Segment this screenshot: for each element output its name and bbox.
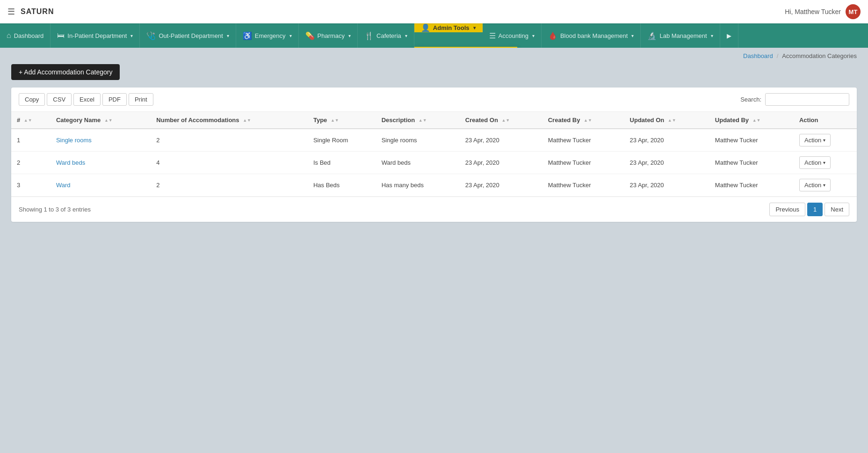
cell-description: Ward beds: [376, 152, 460, 174]
avatar[interactable]: MT: [846, 4, 861, 19]
sort-icon-num: ▲▼: [24, 118, 32, 123]
nav-label-cafeteria: Cafeteria: [376, 32, 401, 39]
cell-description: Single rooms: [376, 129, 460, 152]
sort-icon-cat: ▲▼: [104, 118, 113, 123]
sort-icon-created-by: ▲▼: [584, 118, 592, 123]
accommodation-categories-table: # ▲▼ Category Name ▲▼ Number of Accommod…: [11, 112, 857, 197]
cell-type: Has Beds: [308, 174, 376, 197]
cell-action: Action ▾: [794, 129, 857, 152]
previous-button[interactable]: Previous: [769, 203, 805, 216]
col-header-category-name[interactable]: Category Name ▲▼: [51, 112, 151, 129]
chevron-down-icon: ▾: [130, 33, 133, 38]
col-header-action: Action: [794, 112, 857, 129]
col-header-type[interactable]: Type ▲▼: [308, 112, 376, 129]
action-button-2[interactable]: Action ▾: [799, 156, 831, 169]
nav-item-admin[interactable]: 👤 Admin Tools ▾: [414, 23, 483, 32]
breadcrumb: Dashboard / Accommodation Categories: [0, 48, 868, 64]
copy-button[interactable]: Copy: [19, 93, 45, 106]
col-header-updated-by[interactable]: Updated By ▲▼: [709, 112, 794, 129]
emergency-icon: ♿: [243, 31, 252, 40]
nav-label-outpatient: Out-Patient Department: [159, 32, 223, 39]
inpatient-icon: 🛏: [57, 31, 65, 40]
export-buttons: Copy CSV Excel PDF Print: [19, 93, 153, 106]
page-1-button[interactable]: 1: [807, 203, 823, 216]
cell-num: 2: [11, 152, 51, 174]
admin-icon: 👤: [421, 23, 430, 32]
greeting-text: Hi, Matthew Tucker: [785, 8, 841, 15]
sort-icon-desc: ▲▼: [419, 118, 427, 123]
nav-label-accounting: Accounting: [499, 32, 528, 39]
add-accommodation-category-button[interactable]: + Add Accommodation Category: [11, 64, 120, 80]
nav-item-dashboard[interactable]: ⌂ Dashboard: [0, 23, 51, 48]
hamburger-icon[interactable]: ☰: [7, 7, 15, 17]
chevron-down-icon-2: ▾: [227, 33, 229, 38]
lab-icon: 🔬: [647, 31, 657, 40]
cell-num-accommodations: 2: [151, 129, 308, 152]
cell-num-accommodations: 4: [151, 152, 308, 174]
search-input[interactable]: [765, 93, 849, 106]
print-button[interactable]: Print: [129, 93, 153, 106]
cell-created-by: Matthew Tucker: [542, 129, 624, 152]
col-header-updated-on[interactable]: Updated On ▲▼: [624, 112, 709, 129]
nav-item-emergency[interactable]: ♿ Emergency ▾: [236, 23, 299, 48]
sort-icon-updated: ▲▼: [668, 118, 676, 123]
nav-item-inpatient[interactable]: 🛏 In-Patient Department ▾: [51, 23, 140, 48]
cell-category-name: Ward: [51, 174, 151, 197]
cell-created-on: 23 Apr, 2020: [460, 129, 542, 152]
pagination-bar: Showing 1 to 3 of 3 entries Previous 1 N…: [11, 197, 857, 222]
sort-icon-num-acc: ▲▼: [243, 118, 251, 123]
action-button-1[interactable]: Action ▾: [799, 134, 831, 146]
cell-type: Single Room: [308, 129, 376, 152]
topbar-right: Hi, Matthew Tucker MT: [785, 4, 861, 19]
cell-num: 1: [11, 129, 51, 152]
caret-icon: ▾: [823, 183, 825, 188]
pdf-button[interactable]: PDF: [102, 93, 127, 106]
cell-action: Action ▾: [794, 174, 857, 197]
cell-updated-by: Matthew Tucker: [709, 152, 794, 174]
caret-icon: ▾: [823, 138, 825, 143]
col-header-num[interactable]: # ▲▼: [11, 112, 51, 129]
nav-item-lab[interactable]: 🔬 Lab Management ▾: [641, 23, 720, 48]
search-area: Search:: [740, 93, 849, 106]
col-header-description[interactable]: Description ▲▼: [376, 112, 460, 129]
nav-item-bloodbank[interactable]: 🩸 Blood bank Management ▾: [542, 23, 641, 48]
col-header-created-by[interactable]: Created By ▲▼: [542, 112, 624, 129]
table-row: 1 Single rooms 2 Single Room Single room…: [11, 129, 857, 152]
search-label: Search:: [740, 96, 761, 103]
table-row: 2 Ward beds 4 Is Bed Ward beds 23 Apr, 2…: [11, 152, 857, 174]
cell-updated-by: Matthew Tucker: [709, 129, 794, 152]
category-name-link[interactable]: Ward beds: [56, 159, 85, 166]
chevron-down-icon-6: ▾: [473, 25, 476, 30]
chevron-down-icon-3: ▾: [289, 33, 292, 38]
cell-updated-on: 23 Apr, 2020: [624, 152, 709, 174]
csv-button[interactable]: CSV: [47, 93, 72, 106]
category-name-link[interactable]: Single rooms: [56, 137, 92, 144]
breadcrumb-dashboard[interactable]: Dashboard: [743, 52, 773, 59]
nav-label-bloodbank: Blood bank Management: [560, 32, 628, 39]
nav-item-cafeteria[interactable]: 🍴 Cafeteria ▾: [358, 23, 414, 48]
navbar: ⌂ Dashboard 🛏 In-Patient Department ▾ 🩺 …: [0, 23, 868, 48]
nav-item-accounting[interactable]: ☰ Accounting ▾: [483, 23, 542, 48]
nav-label-pharmacy: Pharmacy: [318, 32, 345, 39]
action-button-3[interactable]: Action ▾: [799, 179, 831, 191]
breadcrumb-sep: /: [777, 52, 779, 59]
cell-created-by: Matthew Tucker: [542, 174, 624, 197]
nav-item-more[interactable]: ▶: [720, 23, 738, 48]
entries-text: Showing 1 to 3 of 3 entries: [19, 206, 91, 213]
table-row: 3 Ward 2 Has Beds Has many beds 23 Apr, …: [11, 174, 857, 197]
cell-category-name: Ward beds: [51, 152, 151, 174]
next-button[interactable]: Next: [825, 203, 849, 216]
table-body: 1 Single rooms 2 Single Room Single room…: [11, 129, 857, 197]
nav-item-outpatient[interactable]: 🩺 Out-Patient Department ▾: [140, 23, 236, 48]
cell-updated-on: 23 Apr, 2020: [624, 129, 709, 152]
col-header-created-on[interactable]: Created On ▲▼: [460, 112, 542, 129]
excel-button[interactable]: Excel: [73, 93, 101, 106]
chevron-down-icon-8: ▾: [631, 33, 634, 38]
nav-label-emergency: Emergency: [255, 32, 286, 39]
nav-item-pharmacy[interactable]: 💊 Pharmacy ▾: [299, 23, 358, 48]
category-name-link[interactable]: Ward: [56, 182, 71, 189]
chevron-down-icon-7: ▾: [532, 33, 535, 38]
chevron-down-icon-4: ▾: [348, 33, 351, 38]
col-header-num-accommodations[interactable]: Number of Accommodations ▲▼: [151, 112, 308, 129]
table-card: Copy CSV Excel PDF Print Search: # ▲▼ Ca…: [11, 88, 857, 222]
